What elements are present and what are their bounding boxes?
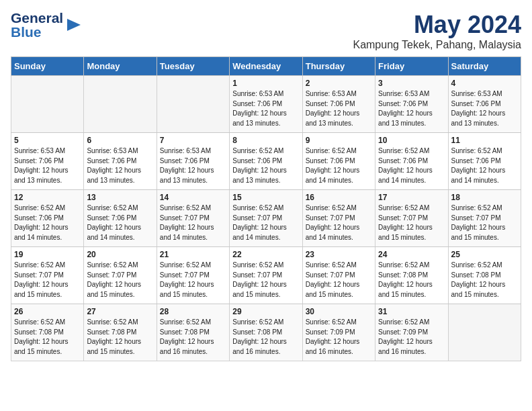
calendar-cell: 6Sunrise: 6:53 AM Sunset: 7:06 PM Daylig…: [84, 133, 157, 190]
day-number: 22: [232, 250, 299, 259]
day-info: Sunrise: 6:53 AM Sunset: 7:06 PM Dayligh…: [160, 146, 226, 185]
day-number: 24: [378, 250, 445, 259]
calendar-week-row: 12Sunrise: 6:52 AM Sunset: 7:06 PM Dayli…: [11, 190, 521, 247]
day-number: 9: [306, 136, 372, 145]
day-number: 8: [232, 136, 299, 145]
calendar-cell: 2Sunrise: 6:53 AM Sunset: 7:06 PM Daylig…: [302, 76, 375, 133]
day-info: Sunrise: 6:52 AM Sunset: 7:09 PM Dayligh…: [378, 318, 445, 357]
day-info: Sunrise: 6:52 AM Sunset: 7:07 PM Dayligh…: [160, 203, 226, 242]
day-info: Sunrise: 6:52 AM Sunset: 7:07 PM Dayligh…: [87, 261, 153, 300]
calendar-cell: 31Sunrise: 6:52 AM Sunset: 7:09 PM Dayli…: [375, 304, 448, 361]
logo-general: General: [11, 11, 63, 25]
day-number: 17: [378, 193, 445, 202]
calendar-cell: 10Sunrise: 6:52 AM Sunset: 7:06 PM Dayli…: [375, 133, 448, 190]
day-number: 30: [306, 307, 372, 316]
day-info: Sunrise: 6:52 AM Sunset: 7:07 PM Dayligh…: [232, 261, 299, 300]
calendar-cell: 3Sunrise: 6:53 AM Sunset: 7:06 PM Daylig…: [375, 76, 448, 133]
calendar-cell: 17Sunrise: 6:52 AM Sunset: 7:07 PM Dayli…: [375, 190, 448, 247]
calendar-cell: 22Sunrise: 6:52 AM Sunset: 7:07 PM Dayli…: [230, 247, 302, 304]
day-info: Sunrise: 6:52 AM Sunset: 7:07 PM Dayligh…: [14, 261, 81, 300]
logo-blue: Blue: [11, 25, 63, 39]
day-info: Sunrise: 6:52 AM Sunset: 7:08 PM Dayligh…: [14, 318, 81, 357]
day-number: 10: [378, 136, 445, 145]
day-info: Sunrise: 6:52 AM Sunset: 7:06 PM Dayligh…: [378, 146, 445, 185]
calendar-cell: [84, 76, 157, 133]
day-info: Sunrise: 6:52 AM Sunset: 7:07 PM Dayligh…: [232, 203, 299, 242]
day-number: 29: [232, 307, 299, 316]
day-number: 18: [451, 193, 518, 202]
calendar-cell: 5Sunrise: 6:53 AM Sunset: 7:06 PM Daylig…: [11, 133, 84, 190]
day-number: 13: [87, 193, 153, 202]
calendar-header-row: SundayMondayTuesdayWednesdayThursdayFrid…: [11, 57, 521, 76]
day-info: Sunrise: 6:52 AM Sunset: 7:08 PM Dayligh…: [378, 261, 445, 300]
calendar-cell: 9Sunrise: 6:52 AM Sunset: 7:06 PM Daylig…: [302, 133, 375, 190]
calendar-cell: 20Sunrise: 6:52 AM Sunset: 7:07 PM Dayli…: [84, 247, 157, 304]
calendar-cell: 25Sunrise: 6:52 AM Sunset: 7:08 PM Dayli…: [448, 247, 521, 304]
column-header-saturday: Saturday: [448, 57, 521, 76]
day-info: Sunrise: 6:52 AM Sunset: 7:07 PM Dayligh…: [451, 203, 518, 242]
calendar-week-row: 26Sunrise: 6:52 AM Sunset: 7:08 PM Dayli…: [11, 304, 521, 361]
day-number: 19: [14, 250, 81, 259]
column-header-tuesday: Tuesday: [157, 57, 229, 76]
day-info: Sunrise: 6:52 AM Sunset: 7:07 PM Dayligh…: [306, 261, 372, 300]
day-info: Sunrise: 6:52 AM Sunset: 7:06 PM Dayligh…: [306, 146, 372, 185]
day-number: 16: [306, 193, 372, 202]
day-number: 20: [87, 250, 153, 259]
day-number: 14: [160, 193, 226, 202]
day-info: Sunrise: 6:52 AM Sunset: 7:07 PM Dayligh…: [306, 203, 372, 242]
day-info: Sunrise: 6:53 AM Sunset: 7:06 PM Dayligh…: [14, 146, 81, 185]
calendar-cell: 12Sunrise: 6:52 AM Sunset: 7:06 PM Dayli…: [11, 190, 84, 247]
day-number: 11: [451, 136, 518, 145]
calendar-cell: 30Sunrise: 6:52 AM Sunset: 7:09 PM Dayli…: [302, 304, 375, 361]
day-info: Sunrise: 6:52 AM Sunset: 7:06 PM Dayligh…: [232, 146, 299, 185]
day-number: 4: [451, 79, 518, 88]
day-number: 26: [14, 307, 81, 316]
day-info: Sunrise: 6:52 AM Sunset: 7:07 PM Dayligh…: [378, 203, 445, 242]
calendar-cell: 26Sunrise: 6:52 AM Sunset: 7:08 PM Dayli…: [11, 304, 84, 361]
day-number: 23: [306, 250, 372, 259]
calendar-cell: 29Sunrise: 6:52 AM Sunset: 7:08 PM Dayli…: [230, 304, 302, 361]
day-number: 12: [14, 193, 81, 202]
location-subtitle: Kampung Tekek, Pahang, Malaysia: [353, 39, 521, 51]
day-info: Sunrise: 6:52 AM Sunset: 7:09 PM Dayligh…: [306, 318, 372, 357]
day-info: Sunrise: 6:52 AM Sunset: 7:08 PM Dayligh…: [232, 318, 299, 357]
day-info: Sunrise: 6:53 AM Sunset: 7:06 PM Dayligh…: [378, 89, 445, 128]
calendar-cell: 11Sunrise: 6:52 AM Sunset: 7:06 PM Dayli…: [448, 133, 521, 190]
calendar-cell: 24Sunrise: 6:52 AM Sunset: 7:08 PM Dayli…: [375, 247, 448, 304]
page-header: General Blue May 2024 Kampung Tekek, Pah…: [11, 11, 521, 51]
svg-marker-0: [67, 19, 81, 31]
logo: General Blue: [11, 11, 81, 39]
calendar-cell: 18Sunrise: 6:52 AM Sunset: 7:07 PM Dayli…: [448, 190, 521, 247]
day-info: Sunrise: 6:52 AM Sunset: 7:06 PM Dayligh…: [451, 146, 518, 185]
calendar-week-row: 19Sunrise: 6:52 AM Sunset: 7:07 PM Dayli…: [11, 247, 521, 304]
column-header-monday: Monday: [84, 57, 157, 76]
column-header-thursday: Thursday: [302, 57, 375, 76]
day-number: 28: [160, 307, 226, 316]
day-number: 1: [232, 79, 299, 88]
day-info: Sunrise: 6:52 AM Sunset: 7:06 PM Dayligh…: [87, 203, 153, 242]
day-info: Sunrise: 6:52 AM Sunset: 7:08 PM Dayligh…: [87, 318, 153, 357]
day-info: Sunrise: 6:53 AM Sunset: 7:06 PM Dayligh…: [451, 89, 518, 128]
calendar-cell: 19Sunrise: 6:52 AM Sunset: 7:07 PM Dayli…: [11, 247, 84, 304]
day-number: 21: [160, 250, 226, 259]
calendar-cell: 16Sunrise: 6:52 AM Sunset: 7:07 PM Dayli…: [302, 190, 375, 247]
calendar-cell: 27Sunrise: 6:52 AM Sunset: 7:08 PM Dayli…: [84, 304, 157, 361]
calendar-cell: 13Sunrise: 6:52 AM Sunset: 7:06 PM Dayli…: [84, 190, 157, 247]
day-number: 15: [232, 193, 299, 202]
day-number: 3: [378, 79, 445, 88]
day-number: 7: [160, 136, 226, 145]
day-info: Sunrise: 6:52 AM Sunset: 7:06 PM Dayligh…: [14, 203, 81, 242]
day-number: 2: [306, 79, 372, 88]
calendar-cell: 1Sunrise: 6:53 AM Sunset: 7:06 PM Daylig…: [230, 76, 302, 133]
calendar-week-row: 5Sunrise: 6:53 AM Sunset: 7:06 PM Daylig…: [11, 133, 521, 190]
calendar-cell: 7Sunrise: 6:53 AM Sunset: 7:06 PM Daylig…: [157, 133, 229, 190]
day-info: Sunrise: 6:52 AM Sunset: 7:08 PM Dayligh…: [451, 261, 518, 300]
title-area: May 2024 Kampung Tekek, Pahang, Malaysia: [353, 11, 521, 51]
calendar-cell: [11, 76, 84, 133]
calendar-week-row: 1Sunrise: 6:53 AM Sunset: 7:06 PM Daylig…: [11, 76, 521, 133]
day-number: 31: [378, 307, 445, 316]
logo-icon: [66, 15, 81, 35]
day-info: Sunrise: 6:53 AM Sunset: 7:06 PM Dayligh…: [87, 146, 153, 185]
day-info: Sunrise: 6:53 AM Sunset: 7:06 PM Dayligh…: [306, 89, 372, 128]
day-number: 5: [14, 136, 81, 145]
